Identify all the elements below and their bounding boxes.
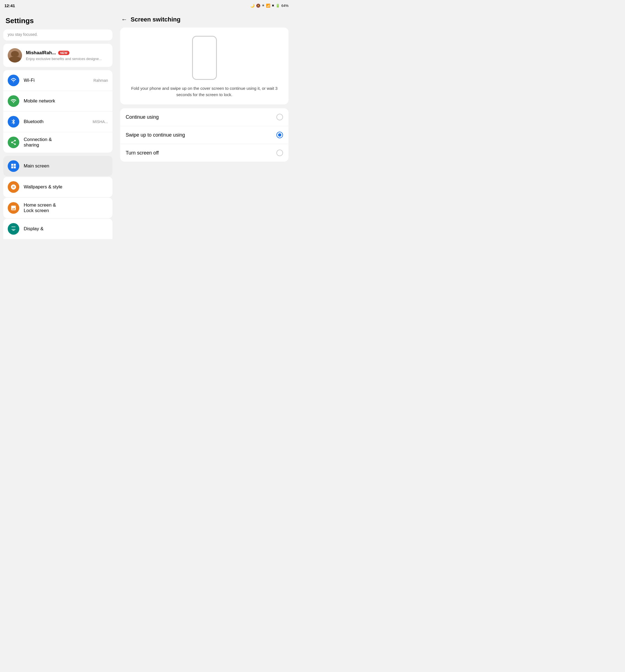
option-turn-off[interactable]: Turn screen off <box>120 144 288 162</box>
connection-icon-circle <box>8 137 19 148</box>
profile-card[interactable]: MishaalRah... NEW Enjoy exclusive benefi… <box>3 44 112 67</box>
mute-icon: 🔕 <box>256 4 260 8</box>
option-swipe-up[interactable]: Swipe up to continue using <box>120 126 288 144</box>
bluetooth-icon: ✳ <box>262 4 264 7</box>
radio-continue[interactable] <box>276 114 283 120</box>
main-screen-label: Main screen <box>24 163 49 169</box>
avatar <box>8 48 22 63</box>
wallpapers-label: Wallpapers & style <box>24 184 62 190</box>
wifi-icon: 📶 <box>266 4 270 8</box>
mobile-network-item[interactable]: Mobile network <box>3 91 112 112</box>
wallpapers-item[interactable]: Wallpapers & style <box>3 177 112 197</box>
profile-info: MishaalRah... NEW Enjoy exclusive benefi… <box>26 50 108 61</box>
mobile-icon-circle <box>8 95 19 107</box>
faded-text-content: you stay focused. <box>8 32 38 37</box>
battery-icon: 🔋 <box>276 4 280 8</box>
phone-description: Fold your phone and swipe up on the cove… <box>127 86 282 98</box>
bluetooth-value: MISHA... <box>93 120 108 124</box>
mobile-network-label: Mobile network <box>24 98 55 104</box>
phone-shape-illustration <box>192 36 217 80</box>
right-panel: ← Screen switching Fold your phone and s… <box>116 0 293 336</box>
status-bar: 12:41 🌙 🔕 ✳ 📶 ✖ 🔋 64% <box>0 0 293 11</box>
homescreen-icon-circle <box>8 202 19 214</box>
wifi-label: Wi-Fi <box>24 78 35 83</box>
connection-sharing-item[interactable]: Connection &sharing <box>3 132 112 152</box>
x-icon: ✖ <box>272 4 274 7</box>
profile-name-row: MishaalRah... NEW <box>26 50 108 56</box>
profile-name: MishaalRah... <box>26 50 56 56</box>
bluetooth-label-group: Bluetooth MISHA... <box>24 119 108 124</box>
phone-illustration-card: Fold your phone and swipe up on the cove… <box>120 27 288 104</box>
radio-swipe-selected <box>278 133 281 137</box>
moon-icon: 🌙 <box>250 4 255 8</box>
options-card: Continue using Swipe up to continue usin… <box>120 108 288 162</box>
bluetooth-item[interactable]: Bluetooth MISHA... <box>3 112 112 132</box>
main-screen-item[interactable]: Main screen <box>3 156 112 176</box>
settings-title: Settings <box>0 11 116 29</box>
radio-swipe[interactable] <box>276 131 283 138</box>
battery-percent: 64% <box>281 4 288 8</box>
status-time: 12:41 <box>4 3 15 8</box>
display-wrapper: Display & <box>3 219 112 239</box>
homescreen-label: Home screen &Lock screen <box>24 202 56 213</box>
main-screen-icon-circle <box>8 160 19 172</box>
homescreen-item[interactable]: Home screen &Lock screen <box>3 198 112 218</box>
option-continue-using[interactable]: Continue using <box>120 108 288 126</box>
connectivity-group: Wi-Fi Rahman Mobile network Bluetooth MI… <box>3 70 112 152</box>
radio-turnoff[interactable] <box>276 149 283 156</box>
wallpapers-wrapper: Wallpapers & style <box>3 177 112 197</box>
display-label: Display & <box>24 226 44 232</box>
option-swipe-label: Swipe up to continue using <box>126 132 185 138</box>
connection-label: Connection &sharing <box>24 137 52 148</box>
page-title: Screen switching <box>131 16 181 23</box>
display-icon-circle <box>8 223 19 235</box>
display-item[interactable]: Display & <box>3 219 112 239</box>
profile-description: Enjoy exclusive benefits and services de… <box>26 57 108 61</box>
wallpapers-icon-circle <box>8 181 19 193</box>
homescreen-wrapper: Home screen &Lock screen <box>3 198 112 218</box>
status-icons: 🌙 🔕 ✳ 📶 ✖ 🔋 64% <box>250 4 288 8</box>
wifi-value: Rahman <box>93 78 108 82</box>
back-button[interactable]: ← <box>121 16 127 23</box>
main-screen-wrapper: Main screen <box>3 156 112 176</box>
wifi-icon-circle <box>8 75 19 86</box>
avatar-image <box>8 48 22 63</box>
left-panel: Settings you stay focused. MishaalRah...… <box>0 0 116 336</box>
bluetooth-icon-circle <box>8 116 19 127</box>
faded-text-card: you stay focused. <box>3 29 112 41</box>
new-badge: NEW <box>58 51 70 55</box>
wifi-item[interactable]: Wi-Fi Rahman <box>3 70 112 91</box>
option-turnoff-label: Turn screen off <box>126 150 159 156</box>
option-continue-label: Continue using <box>126 114 159 120</box>
right-header: ← Screen switching <box>116 11 293 27</box>
